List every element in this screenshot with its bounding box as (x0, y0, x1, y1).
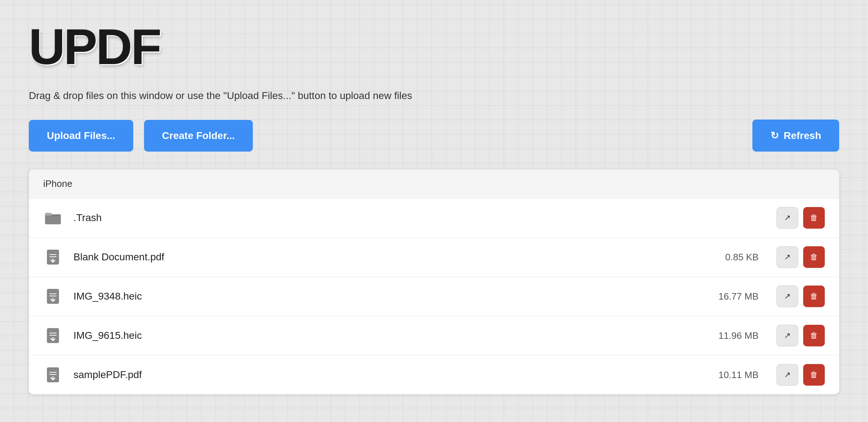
svg-rect-13 (49, 335, 57, 336)
delete-button[interactable]: 🗑 (803, 286, 825, 307)
table-row: IMG_9348.heic 16.77 MB ↗ 🗑 (29, 277, 839, 316)
toolbar: Upload Files... Create Folder... ↻ Refre… (29, 120, 839, 152)
trash-icon: 🗑 (810, 331, 818, 340)
refresh-button[interactable]: ↻ Refresh (752, 120, 839, 152)
share-icon: ↗ (784, 331, 791, 340)
file-size: 16.77 MB (708, 291, 759, 302)
trash-icon: 🗑 (810, 252, 818, 262)
share-button[interactable]: ↗ (777, 325, 798, 346)
svg-rect-17 (49, 374, 57, 375)
svg-rect-5 (49, 256, 57, 257)
file-download-icon (43, 287, 63, 306)
share-button[interactable]: ↗ (777, 286, 798, 307)
delete-button[interactable]: 🗑 (803, 207, 825, 229)
share-icon: ↗ (784, 213, 791, 223)
file-download-icon (43, 247, 63, 267)
app-logo: UPDF (29, 22, 839, 72)
share-button[interactable]: ↗ (777, 246, 798, 268)
table-row: IMG_9615.heic 11.96 MB ↗ 🗑 (29, 316, 839, 355)
file-download-icon (43, 326, 63, 345)
subtitle-text: Drag & drop files on this window or use … (29, 90, 839, 102)
file-actions: ↗ 🗑 (777, 364, 825, 386)
refresh-icon: ↻ (770, 130, 779, 142)
create-folder-button[interactable]: Create Folder... (144, 120, 253, 152)
file-manager: iPhone .Trash ↗ 🗑 (29, 170, 839, 394)
refresh-label: Refresh (784, 130, 821, 142)
trash-icon: 🗑 (810, 213, 818, 223)
folder-icon (43, 208, 63, 228)
file-name: IMG_9615.heic (73, 330, 697, 341)
device-name: iPhone (29, 170, 839, 198)
upload-files-button[interactable]: Upload Files... (29, 120, 133, 152)
file-name: samplePDF.pdf (73, 369, 697, 381)
delete-button[interactable]: 🗑 (803, 325, 825, 346)
table-row: Blank Document.pdf 0.85 KB ↗ 🗑 (29, 238, 839, 277)
share-icon: ↗ (784, 252, 791, 262)
file-name: .Trash (73, 212, 697, 224)
file-actions: ↗ 🗑 (777, 246, 825, 268)
share-icon: ↗ (784, 292, 791, 301)
file-actions: ↗ 🗑 (777, 325, 825, 346)
svg-rect-8 (49, 293, 57, 294)
file-download-icon (43, 365, 63, 385)
delete-button[interactable]: 🗑 (803, 246, 825, 268)
svg-rect-16 (49, 372, 57, 373)
file-size: 10.11 MB (708, 369, 759, 381)
trash-icon: 🗑 (810, 370, 818, 380)
file-size: 11.96 MB (708, 330, 759, 341)
share-button[interactable]: ↗ (777, 364, 798, 386)
file-name: Blank Document.pdf (73, 251, 697, 263)
share-button[interactable]: ↗ (777, 207, 798, 229)
svg-rect-4 (49, 254, 57, 255)
delete-button[interactable]: 🗑 (803, 364, 825, 386)
file-size: 0.85 KB (708, 252, 759, 263)
table-row: .Trash ↗ 🗑 (29, 198, 839, 238)
svg-rect-1 (45, 213, 52, 216)
svg-rect-12 (49, 333, 57, 333)
trash-icon: 🗑 (810, 292, 818, 301)
file-actions: ↗ 🗑 (777, 286, 825, 307)
file-name: IMG_9348.heic (73, 291, 697, 302)
table-row: samplePDF.pdf 10.11 MB ↗ 🗑 (29, 355, 839, 394)
file-actions: ↗ 🗑 (777, 207, 825, 229)
svg-rect-9 (49, 296, 57, 296)
share-icon: ↗ (784, 370, 791, 380)
